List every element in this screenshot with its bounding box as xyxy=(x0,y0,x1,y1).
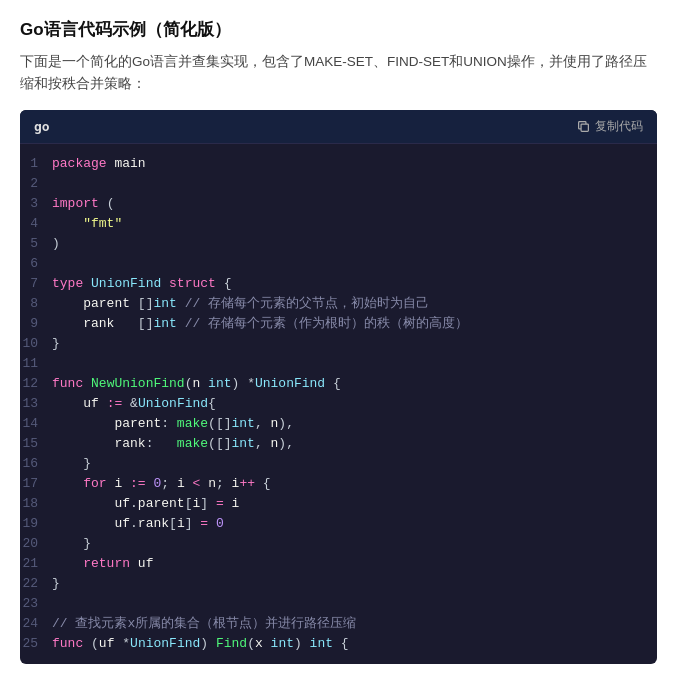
code-line: 18 uf.parent[i] = i xyxy=(20,494,657,514)
line-number: 14 xyxy=(20,414,52,434)
code-line: 7 type UnionFind struct { xyxy=(20,274,657,294)
copy-icon xyxy=(577,120,590,133)
code-line: 25 func (uf *UnionFind) Find(x int) int … xyxy=(20,634,657,654)
line-number: 3 xyxy=(20,194,52,214)
code-line: 3 import ( xyxy=(20,194,657,214)
line-number: 19 xyxy=(20,514,52,534)
code-line: 1 package main xyxy=(20,154,657,174)
line-content: package main xyxy=(52,154,146,174)
line-number: 1 xyxy=(20,154,52,174)
code-language: go xyxy=(34,119,50,134)
line-number: 18 xyxy=(20,494,52,514)
line-number: 8 xyxy=(20,294,52,314)
line-number: 4 xyxy=(20,214,52,234)
line-number: 13 xyxy=(20,394,52,414)
svg-rect-0 xyxy=(581,124,588,131)
code-body: 1 package main 2 3 import ( 4 "fmt" 5 ) … xyxy=(20,144,657,664)
line-number: 9 xyxy=(20,314,52,334)
code-line: 8 parent []int // 存储每个元素的父节点，初始时为自己 xyxy=(20,294,657,314)
code-line: 2 xyxy=(20,174,657,194)
line-content: import ( xyxy=(52,194,114,214)
line-number: 22 xyxy=(20,574,52,594)
code-line: 10 } xyxy=(20,334,657,354)
code-line: 22 } xyxy=(20,574,657,594)
code-line: 4 "fmt" xyxy=(20,214,657,234)
code-line: 15 rank: make([]int, n), xyxy=(20,434,657,454)
line-content: rank: make([]int, n), xyxy=(52,434,294,454)
code-line: 14 parent: make([]int, n), xyxy=(20,414,657,434)
line-number: 23 xyxy=(20,594,52,614)
line-number: 6 xyxy=(20,254,52,274)
code-line: 11 xyxy=(20,354,657,374)
code-line: 20 } xyxy=(20,534,657,554)
code-line: 5 ) xyxy=(20,234,657,254)
line-number: 20 xyxy=(20,534,52,554)
code-line: 17 for i := 0; i < n; i++ { xyxy=(20,474,657,494)
line-number: 5 xyxy=(20,234,52,254)
line-content: } xyxy=(52,534,91,554)
code-line: 19 uf.rank[i] = 0 xyxy=(20,514,657,534)
code-line: 24 // 查找元素x所属的集合（根节点）并进行路径压缩 xyxy=(20,614,657,634)
line-number: 24 xyxy=(20,614,52,634)
line-content: for i := 0; i < n; i++ { xyxy=(52,474,271,494)
line-content: "fmt" xyxy=(52,214,122,234)
line-number: 25 xyxy=(20,634,52,654)
code-line: 6 xyxy=(20,254,657,274)
line-content: type UnionFind struct { xyxy=(52,274,232,294)
line-content: rank []int // 存储每个元素（作为根时）的秩（树的高度） xyxy=(52,314,468,334)
code-line: 21 return uf xyxy=(20,554,657,574)
line-content: uf.parent[i] = i xyxy=(52,494,239,514)
line-content: } xyxy=(52,454,91,474)
line-number: 7 xyxy=(20,274,52,294)
code-line: 23 xyxy=(20,594,657,614)
copy-button[interactable]: 复制代码 xyxy=(577,118,643,135)
line-number: 2 xyxy=(20,174,52,194)
line-content: parent: make([]int, n), xyxy=(52,414,294,434)
code-header: go 复制代码 xyxy=(20,110,657,144)
line-number: 10 xyxy=(20,334,52,354)
code-line: 9 rank []int // 存储每个元素（作为根时）的秩（树的高度） xyxy=(20,314,657,334)
line-content: uf := &UnionFind{ xyxy=(52,394,216,414)
code-line: 16 } xyxy=(20,454,657,474)
line-content: parent []int // 存储每个元素的父节点，初始时为自己 xyxy=(52,294,429,314)
line-number: 16 xyxy=(20,454,52,474)
page-title: Go语言代码示例（简化版） xyxy=(20,18,657,41)
line-number: 11 xyxy=(20,354,52,374)
line-content: return uf xyxy=(52,554,153,574)
page-description: 下面是一个简化的Go语言并查集实现，包含了MAKE-SET、FIND-SET和U… xyxy=(20,51,657,94)
line-content: func NewUnionFind(n int) *UnionFind { xyxy=(52,374,341,394)
line-content: } xyxy=(52,334,60,354)
code-block: go 复制代码 1 package main 2 3 import ( 4 xyxy=(20,110,657,664)
line-number: 12 xyxy=(20,374,52,394)
copy-label: 复制代码 xyxy=(595,118,643,135)
code-line: 12 func NewUnionFind(n int) *UnionFind { xyxy=(20,374,657,394)
line-content: uf.rank[i] = 0 xyxy=(52,514,224,534)
line-content: func (uf *UnionFind) Find(x int) int { xyxy=(52,634,349,654)
line-content: ) xyxy=(52,234,60,254)
line-content: // 查找元素x所属的集合（根节点）并进行路径压缩 xyxy=(52,614,356,634)
line-number: 15 xyxy=(20,434,52,454)
line-number: 17 xyxy=(20,474,52,494)
code-line: 13 uf := &UnionFind{ xyxy=(20,394,657,414)
line-number: 21 xyxy=(20,554,52,574)
line-content: } xyxy=(52,574,60,594)
